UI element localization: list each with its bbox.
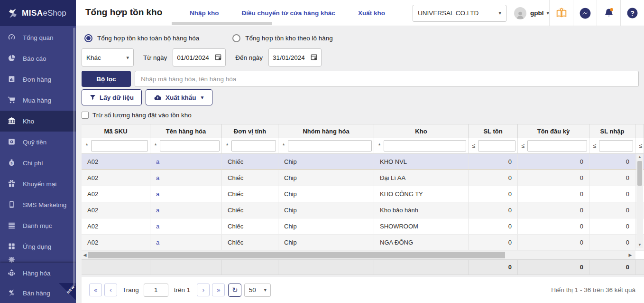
table-cell: Chip (278, 235, 374, 250)
next-page-button[interactable]: › (197, 284, 210, 296)
sidebar-item-ung-dung[interactable]: Ứng dụng (0, 236, 76, 257)
messenger-button[interactable] (573, 0, 597, 26)
column-header[interactable]: SL tồn (469, 124, 518, 138)
scroll-right-arrow[interactable]: ▶ (627, 253, 634, 257)
guide-button[interactable] (549, 0, 573, 26)
sidebar-item-quy-tien[interactable]: Quỹ tiền (0, 132, 76, 152)
sidebar-item-kho[interactable]: Kho (0, 111, 76, 132)
column-filter-input[interactable] (91, 140, 148, 152)
table-cell: Chip (278, 154, 374, 170)
table-row[interactable]: A02aChiếcChipSHOWROOM000 (82, 218, 644, 235)
column-header[interactable]: Tên hàng hóa (150, 124, 222, 138)
from-date-input[interactable]: 01/01/2024 (173, 48, 226, 66)
sidebar-item-mua-hang[interactable]: Mua hàng (0, 90, 76, 111)
sidebar-item-tong-quan[interactable]: Tổng quan (0, 27, 76, 48)
get-data-button[interactable]: Lấy dữ liệu (82, 89, 142, 105)
product-name-link[interactable]: a (150, 235, 222, 250)
search-input[interactable] (135, 71, 639, 87)
notifications-button[interactable] (597, 0, 620, 26)
vertical-scrollbar[interactable]: ▲ ▼ (636, 154, 643, 248)
product-name-link[interactable]: a (150, 170, 222, 186)
last-page-button[interactable]: » (212, 284, 225, 296)
column-filter-input[interactable] (231, 140, 276, 152)
subtract-ordered-checkbox[interactable] (82, 112, 89, 119)
calendar-icon[interactable] (311, 54, 317, 62)
page-number-input[interactable] (144, 284, 168, 297)
scroll-down-arrow[interactable]: ▼ (638, 242, 642, 248)
scroll-up-arrow[interactable]: ▲ (638, 154, 642, 160)
horizontal-scrollbar[interactable]: ◀ ▶ (82, 251, 644, 259)
sidebar-item-bao-cao[interactable]: Báo cáo (0, 48, 76, 69)
company-select-value: UNIVERSAL CO.LTD (418, 9, 478, 17)
app-logo[interactable]: MISAeShop (0, 0, 76, 26)
filter-operator-icon[interactable]: ≤ (592, 142, 597, 149)
filter-operator-icon[interactable]: * (281, 142, 286, 149)
product-name-link[interactable]: a (150, 154, 222, 170)
sidebar-item-ban-hang[interactable]: Bán hàng NEW (0, 283, 76, 303)
filter-operator-icon[interactable]: ≤ (638, 142, 643, 149)
column-header[interactable]: Kho (374, 124, 469, 138)
vertical-scroll-thumb[interactable] (637, 161, 642, 186)
tab-strip-scrollbar[interactable] (172, 22, 272, 25)
column-header[interactable]: Nhóm hàng hóa (278, 124, 374, 138)
column-header[interactable] (635, 124, 644, 138)
column-filter-input[interactable] (599, 140, 633, 152)
table-row[interactable]: A02aChiếcChipKHO NVL000 (82, 154, 644, 170)
radio-all-goods[interactable] (84, 34, 92, 42)
column-filter-input[interactable] (384, 140, 466, 152)
calendar-icon[interactable] (215, 54, 221, 62)
table-row[interactable]: A02aChiếcChipNGA ĐÔNG000 (82, 235, 644, 251)
sidebar-item-don-hang[interactable]: Đơn hàng (0, 69, 76, 90)
table-row[interactable]: A02aChiếcChipKHO CÔNG TY000 (82, 186, 644, 202)
refresh-button[interactable]: ↻ (228, 284, 241, 297)
tab-nhap-kho[interactable]: Nhập kho (190, 9, 219, 17)
product-name-link[interactable]: a (150, 186, 222, 202)
column-filter-input[interactable] (288, 140, 372, 152)
table-row[interactable]: A02aChiếcChipĐại Lí AA000 (82, 170, 644, 186)
product-name-link[interactable]: a (150, 202, 222, 218)
radio-by-lot-label[interactable]: Tổng hợp tồn kho theo lô hàng (245, 35, 333, 42)
column-filter-input[interactable] (478, 140, 515, 152)
export-button[interactable]: Xuất khẩu ▼ (146, 89, 212, 105)
filter-operator-icon[interactable]: ≤ (471, 142, 476, 149)
filter-set-button[interactable]: Bộ lọc (82, 71, 131, 87)
tab-xuat-kho[interactable]: Xuất kho (358, 9, 385, 17)
prev-page-button[interactable]: ‹ (104, 284, 117, 296)
filter-operator-icon[interactable]: * (153, 142, 158, 149)
sidebar-item-chi-phi[interactable]: $ Chi phí (0, 152, 76, 173)
column-header[interactable]: Tồn đầu kỳ (518, 124, 589, 138)
subtract-ordered-label[interactable]: Trừ số lượng hàng đặt vào tồn kho (92, 112, 192, 119)
column-filter-input[interactable] (160, 140, 220, 152)
tab-dieu-chuyen[interactable]: Điều chuyển từ cửa hàng khác (242, 9, 335, 17)
filter-operator-icon[interactable]: * (377, 142, 382, 149)
radio-by-lot[interactable] (232, 34, 240, 42)
user-name[interactable]: gpbl (530, 9, 544, 17)
column-header[interactable]: Đơn vị tính (222, 124, 278, 138)
table-cell: Chip (278, 218, 374, 234)
column-filter-input[interactable] (527, 140, 587, 152)
company-select[interactable]: UNIVERSAL CO.LTD ▾ (413, 5, 506, 22)
chevron-down-icon: ▾ (264, 287, 267, 293)
sidebar-scrollbar[interactable] (73, 28, 75, 286)
period-select[interactable]: Khác ▾ (82, 48, 134, 66)
page-size-select[interactable]: 50 ▾ (244, 284, 271, 297)
table-row[interactable]: A02aChiếcChipKho bảo hành000 (82, 202, 644, 218)
sidebar-item-khuyen-mai[interactable]: Khuyến mại (0, 173, 76, 194)
user-avatar[interactable] (514, 7, 526, 19)
help-button[interactable]: ? (620, 0, 644, 26)
sidebar-item-partial[interactable] (0, 257, 76, 263)
scroll-left-arrow[interactable]: ◀ (82, 253, 88, 257)
sidebar-item-sms-marketing[interactable]: SMS Marketing (0, 194, 76, 215)
filter-operator-icon[interactable]: * (84, 142, 89, 149)
filter-operator-icon[interactable]: * (225, 142, 230, 149)
first-page-button[interactable]: « (89, 284, 102, 296)
product-name-link[interactable]: a (150, 218, 222, 234)
sidebar-item-hang-hoa[interactable]: Hàng hóa (0, 263, 76, 283)
sidebar-item-danh-muc[interactable]: Danh mục (0, 215, 76, 236)
filter-operator-icon[interactable]: ≤ (521, 142, 525, 149)
column-header[interactable]: Mã SKU (82, 124, 150, 138)
column-header[interactable]: SL nhập (589, 124, 635, 138)
radio-all-goods-label[interactable]: Tổng hợp tồn kho toàn bộ hàng hóa (97, 35, 199, 42)
to-date-input[interactable]: 31/01/2024 (268, 48, 322, 66)
horizontal-scroll-thumb[interactable] (88, 252, 505, 258)
